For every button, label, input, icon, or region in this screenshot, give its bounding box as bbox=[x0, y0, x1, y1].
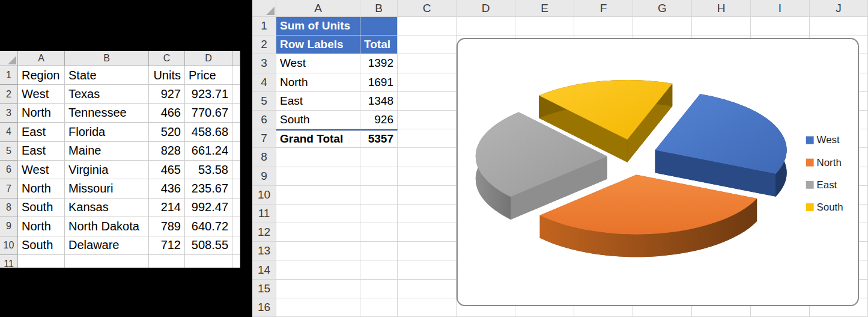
r-rowheader-12[interactable]: 12 bbox=[252, 223, 276, 242]
l-cell-B10[interactable]: Delaware bbox=[65, 236, 149, 255]
legend-marker-west[interactable] bbox=[806, 137, 814, 144]
r-rowheader-9[interactable]: 9 bbox=[252, 167, 276, 186]
l-colheader-C[interactable]: C bbox=[149, 51, 185, 66]
l-rowheader-1[interactable]: 1 bbox=[0, 66, 18, 85]
l-cell-B11[interactable] bbox=[65, 255, 149, 268]
l-cell-E9-partial[interactable] bbox=[232, 217, 240, 236]
l-cell-A11[interactable] bbox=[18, 255, 65, 268]
r-rowheader-6[interactable]: 6 bbox=[252, 111, 276, 129]
l-cell-B7[interactable]: Missouri bbox=[65, 179, 149, 198]
l-cell-B2[interactable]: Texas bbox=[65, 85, 149, 103]
r-cell-B11[interactable] bbox=[360, 205, 398, 223]
l-cell-C9[interactable]: 789 bbox=[149, 217, 185, 236]
r-cell-C6[interactable] bbox=[398, 111, 457, 129]
r-colheader-C[interactable]: C bbox=[398, 0, 457, 17]
l-select-all-corner[interactable] bbox=[0, 51, 18, 66]
pivot-value-north[interactable]: 1691 bbox=[360, 73, 398, 92]
r-cell-E1[interactable] bbox=[515, 17, 574, 35]
r-cell-B12[interactable] bbox=[360, 223, 398, 242]
l-colheader-B[interactable]: B bbox=[65, 51, 149, 66]
legend-marker-north[interactable] bbox=[806, 159, 814, 167]
l-cell-C3[interactable]: 466 bbox=[149, 104, 185, 123]
r-cell-C5[interactable] bbox=[398, 92, 457, 111]
l-cell-B9[interactable]: North Dakota bbox=[65, 217, 149, 236]
pivot-title-cell[interactable]: Sum of Units bbox=[276, 17, 360, 35]
l-cell-D1[interactable]: Price bbox=[185, 66, 232, 85]
l-cell-E11-partial[interactable] bbox=[232, 255, 240, 268]
legend-marker-east[interactable] bbox=[806, 181, 814, 189]
r-cell-B16[interactable] bbox=[360, 298, 398, 317]
l-cell-D10[interactable]: 508.55 bbox=[185, 236, 232, 255]
l-cell-B4[interactable]: Florida bbox=[65, 123, 149, 141]
l-cell-B6[interactable]: Virginia bbox=[65, 161, 149, 179]
r-cell-A15[interactable] bbox=[276, 280, 360, 298]
l-cell-D7[interactable]: 235.67 bbox=[185, 179, 232, 198]
l-cell-B1[interactable]: State bbox=[65, 66, 149, 85]
pivot-value-south[interactable]: 926 bbox=[360, 111, 398, 129]
l-cell-C10[interactable]: 712 bbox=[149, 236, 185, 255]
pivot-value-west[interactable]: 1392 bbox=[360, 54, 398, 73]
l-cell-E8-partial[interactable] bbox=[232, 199, 240, 217]
r-colheader-D[interactable]: D bbox=[457, 0, 515, 17]
r-colheader-G[interactable]: G bbox=[633, 0, 692, 17]
l-cell-D3[interactable]: 770.67 bbox=[185, 104, 232, 123]
l-colheader-A[interactable]: A bbox=[18, 51, 65, 66]
l-cell-D6[interactable]: 53.58 bbox=[185, 161, 232, 179]
l-rowheader-2[interactable]: 2 bbox=[0, 85, 18, 103]
r-cell-A12[interactable] bbox=[276, 223, 360, 242]
r-cell-C3[interactable] bbox=[398, 54, 457, 73]
r-cell-H1[interactable] bbox=[692, 17, 751, 35]
l-cell-A10[interactable]: South bbox=[18, 236, 65, 255]
r-rowheader-5[interactable]: 5 bbox=[252, 92, 276, 111]
l-cell-C7[interactable]: 436 bbox=[149, 179, 185, 198]
legend-label-south[interactable]: South bbox=[817, 202, 843, 213]
r-cell-I1[interactable] bbox=[751, 17, 810, 35]
pivot-label-north[interactable]: North bbox=[276, 73, 360, 92]
l-cell-C8[interactable]: 214 bbox=[149, 199, 185, 217]
r-cell-C14[interactable] bbox=[398, 260, 457, 279]
l-cell-E2-partial[interactable] bbox=[232, 85, 240, 103]
r-cell-C11[interactable] bbox=[398, 205, 457, 223]
r-colheader-A[interactable]: A bbox=[276, 0, 360, 17]
r-colheader-H[interactable]: H bbox=[692, 0, 751, 17]
r-cell-C2[interactable] bbox=[398, 35, 457, 54]
r-colheader-J[interactable]: J bbox=[810, 0, 868, 17]
legend-label-north[interactable]: North bbox=[817, 157, 842, 168]
chart-frame[interactable]: WestNorthEastSouth bbox=[457, 38, 859, 306]
r-cell-A13[interactable] bbox=[276, 242, 360, 260]
l-cell-D8[interactable]: 992.47 bbox=[185, 199, 232, 217]
l-cell-E7-partial[interactable] bbox=[232, 179, 240, 198]
l-cell-C6[interactable]: 465 bbox=[149, 161, 185, 179]
l-cell-C5[interactable]: 828 bbox=[149, 142, 185, 161]
r-cell-C1[interactable] bbox=[398, 17, 457, 35]
r-rowheader-14[interactable]: 14 bbox=[252, 260, 276, 279]
l-colheader-D[interactable]: D bbox=[185, 51, 232, 66]
r-cell-C8[interactable] bbox=[398, 148, 457, 167]
l-rowheader-5[interactable]: 5 bbox=[0, 142, 18, 161]
legend-marker-south[interactable] bbox=[806, 203, 814, 211]
l-cell-E10-partial[interactable] bbox=[232, 236, 240, 255]
l-cell-A8[interactable]: South bbox=[18, 199, 65, 217]
r-cell-C13[interactable] bbox=[398, 242, 457, 260]
pivot-total-header-cell[interactable]: Total bbox=[360, 35, 398, 54]
r-rowheader-15[interactable]: 15 bbox=[252, 280, 276, 298]
l-cell-C1[interactable]: Units bbox=[149, 66, 185, 85]
r-cell-D1[interactable] bbox=[457, 17, 515, 35]
l-cell-E4-partial[interactable] bbox=[232, 123, 240, 141]
l-cell-E5-partial[interactable] bbox=[232, 142, 240, 161]
l-rowheader-11[interactable]: 11 bbox=[0, 255, 18, 268]
l-cell-E3-partial[interactable] bbox=[232, 104, 240, 123]
l-rowheader-4[interactable]: 4 bbox=[0, 123, 18, 141]
r-rowheader-10[interactable]: 10 bbox=[252, 186, 276, 205]
l-cell-A6[interactable]: West bbox=[18, 161, 65, 179]
r-cell-A16[interactable] bbox=[276, 298, 360, 317]
r-colheader-B[interactable]: B bbox=[360, 0, 398, 17]
l-rowheader-3[interactable]: 3 bbox=[0, 104, 18, 123]
l-rowheader-10[interactable]: 10 bbox=[0, 236, 18, 255]
legend-label-east[interactable]: East bbox=[817, 179, 837, 191]
l-cell-E6-partial[interactable] bbox=[232, 161, 240, 179]
l-colheader-partial[interactable] bbox=[232, 51, 240, 66]
l-cell-B5[interactable]: Maine bbox=[65, 142, 149, 161]
l-cell-E1-partial[interactable] bbox=[232, 66, 240, 85]
r-rowheader-4[interactable]: 4 bbox=[252, 73, 276, 92]
